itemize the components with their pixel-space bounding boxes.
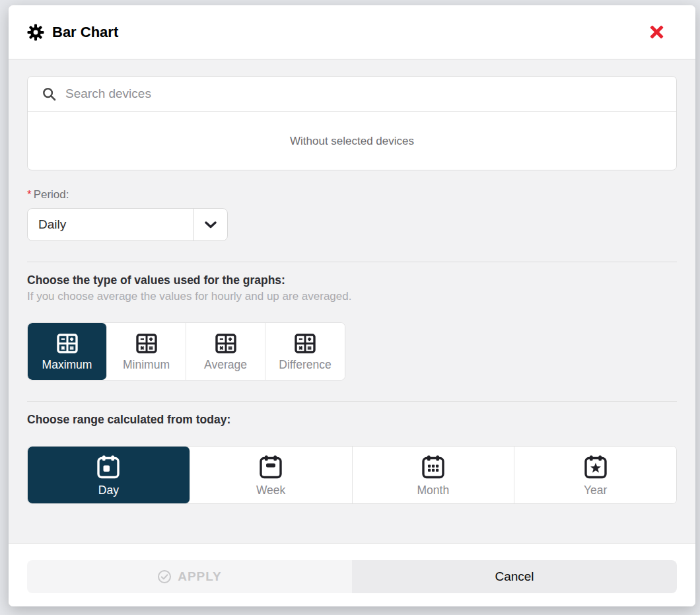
value-type-average-button[interactable]: Average bbox=[186, 323, 265, 380]
calendar-week-icon bbox=[260, 455, 282, 479]
calendar-month-icon bbox=[422, 455, 444, 479]
value-type-label: Difference bbox=[279, 358, 331, 372]
calendar-day-icon bbox=[97, 455, 120, 479]
close-icon[interactable] bbox=[645, 21, 668, 44]
calculator-icon bbox=[136, 334, 157, 353]
calendar-year-icon bbox=[584, 455, 607, 479]
search-devices-input[interactable] bbox=[65, 87, 662, 101]
device-picker-card: Without selected devices bbox=[27, 76, 677, 170]
period-label-text: Period: bbox=[34, 188, 69, 201]
dialog-title: Bar Chart bbox=[52, 24, 118, 41]
divider bbox=[27, 262, 677, 262]
dialog-header: Bar Chart bbox=[9, 5, 695, 59]
apply-label: APPLY bbox=[178, 569, 222, 584]
range-label: Day bbox=[98, 484, 119, 497]
device-list-empty-area: Without selected devices bbox=[28, 112, 676, 170]
apply-button[interactable]: APPLY bbox=[27, 560, 352, 593]
range-heading: Choose range calculated from today: bbox=[27, 413, 677, 427]
range-label: Month bbox=[417, 484, 450, 497]
range-label: Week bbox=[256, 484, 285, 497]
value-type-minimum-button[interactable]: Minimum bbox=[107, 323, 186, 380]
range-week-button[interactable]: Week bbox=[190, 447, 353, 503]
calculator-icon bbox=[57, 334, 78, 353]
check-circle-icon bbox=[157, 569, 172, 584]
value-type-label: Minimum bbox=[123, 358, 170, 372]
empty-devices-text: Without selected devices bbox=[290, 135, 414, 148]
period-select[interactable]: Daily bbox=[27, 208, 228, 241]
value-type-difference-button[interactable]: Difference bbox=[265, 323, 345, 380]
value-type-heading: Choose the type of values used for the g… bbox=[27, 273, 677, 287]
search-icon bbox=[42, 87, 56, 101]
value-type-maximum-button[interactable]: Maximum bbox=[28, 323, 107, 380]
cancel-label: Cancel bbox=[495, 569, 534, 584]
range-button-group: Day Week Month Year bbox=[27, 446, 677, 504]
period-label: *Period: bbox=[27, 188, 677, 201]
range-day-button[interactable]: Day bbox=[28, 447, 190, 503]
range-month-button[interactable]: Month bbox=[353, 447, 515, 503]
divider bbox=[27, 401, 677, 402]
gear-icon bbox=[27, 24, 44, 41]
footer-buttons: APPLY Cancel bbox=[27, 560, 677, 593]
device-search-row bbox=[28, 77, 676, 112]
value-type-subheading: If you choose average the values for hou… bbox=[27, 290, 677, 303]
dialog-body: Without selected devices *Period: Daily … bbox=[9, 59, 695, 543]
range-year-button[interactable]: Year bbox=[514, 447, 676, 503]
value-type-label: Maximum bbox=[42, 358, 92, 372]
chevron-down-icon[interactable] bbox=[193, 209, 227, 240]
calculator-icon bbox=[295, 334, 316, 353]
calculator-icon bbox=[215, 334, 236, 353]
required-asterisk: * bbox=[27, 188, 32, 201]
value-type-button-group: Maximum Minimum Average Difference bbox=[27, 322, 345, 380]
bar-chart-dialog: Bar Chart W bbox=[9, 5, 695, 606]
range-label: Year bbox=[584, 484, 607, 497]
value-type-label: Average bbox=[204, 358, 247, 372]
period-selected-value: Daily bbox=[28, 217, 193, 232]
dialog-footer: APPLY Cancel bbox=[9, 543, 695, 606]
cancel-button[interactable]: Cancel bbox=[352, 560, 677, 593]
